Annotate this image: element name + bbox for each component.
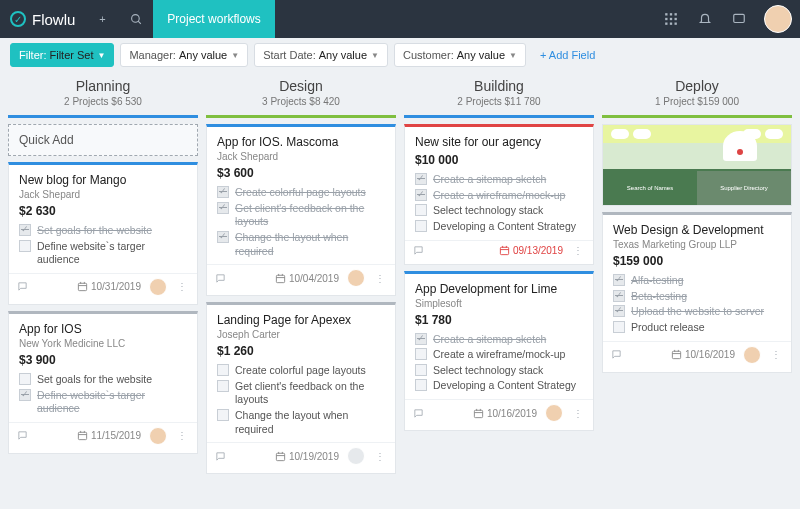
checkbox-icon[interactable]: ✓ [613, 290, 625, 302]
checkbox-icon[interactable]: ✓ [415, 189, 427, 201]
chevron-down-icon: ▼ [98, 51, 106, 60]
task-item[interactable]: Select technology stack [415, 364, 583, 378]
comment-icon[interactable] [413, 245, 424, 256]
card-thumbnail[interactable]: Search of NamesSupplier Directory [602, 124, 792, 206]
kebab-icon[interactable]: ⋮ [175, 430, 189, 441]
add-button[interactable]: + [85, 0, 119, 38]
checkbox-icon[interactable]: ✓ [613, 305, 625, 317]
checkbox-icon[interactable] [415, 379, 427, 391]
task-item[interactable]: Product release [613, 321, 781, 335]
column-subtitle: 1 Project $159 000 [602, 96, 792, 107]
assignee-avatar[interactable] [743, 346, 761, 364]
tab-project-workflows[interactable]: Project workflows [153, 0, 274, 38]
checkbox-icon[interactable] [613, 321, 625, 333]
checkbox-icon[interactable] [415, 364, 427, 376]
task-item[interactable]: Get client's feedback on the layouts [217, 380, 385, 407]
kebab-icon[interactable]: ⋮ [769, 349, 783, 360]
checkbox-icon[interactable]: ✓ [415, 333, 427, 345]
filter-chip[interactable]: Customer:Any value▼ [394, 43, 526, 67]
checkbox-icon[interactable] [217, 409, 229, 421]
assignee-avatar[interactable] [149, 278, 167, 296]
task-item[interactable]: Select technology stack [415, 204, 583, 218]
project-card[interactable]: Web Design & Development Texas Marketing… [602, 212, 792, 373]
column-title: Design [206, 78, 396, 94]
checkbox-icon[interactable]: ✓ [217, 202, 229, 214]
card-footer: 10/19/2019 ⋮ [207, 442, 395, 469]
task-item[interactable]: ✓Create a wireframe/mock-up [415, 189, 583, 203]
calendar-icon [275, 273, 286, 284]
bell-icon[interactable] [688, 0, 722, 38]
project-card[interactable]: App Development for Lime Simplesoft $1 7… [404, 271, 594, 432]
task-item[interactable]: ✓Create a sitemap sketch [415, 173, 583, 187]
checkbox-icon[interactable]: ✓ [217, 186, 229, 198]
avatar[interactable] [764, 5, 792, 33]
checkbox-icon[interactable] [19, 373, 31, 385]
kebab-icon[interactable]: ⋮ [373, 273, 387, 284]
task-item[interactable]: ✓Create colorful page layouts [217, 186, 385, 200]
checkbox-icon[interactable]: ✓ [415, 173, 427, 185]
comment-icon[interactable] [611, 349, 622, 360]
card-price: $1 780 [415, 313, 583, 327]
checkbox-icon[interactable]: ✓ [613, 274, 625, 286]
task-item[interactable]: Developing a Content Strategy [415, 379, 583, 393]
task-item[interactable]: ✓Upload the website to server [613, 305, 781, 319]
filter-chip[interactable]: Start Date:Any value▼ [254, 43, 388, 67]
filter-set[interactable]: Filter: Filter Set ▼ [10, 43, 114, 67]
assignee-avatar[interactable] [347, 269, 365, 287]
comment-icon[interactable] [215, 451, 226, 462]
checkbox-icon[interactable]: ✓ [217, 231, 229, 243]
kebab-icon[interactable]: ⋮ [373, 451, 387, 462]
task-item[interactable]: Change the layout when required [217, 409, 385, 436]
checkbox-icon[interactable]: ✓ [19, 224, 31, 236]
task-item[interactable]: Developing a Content Strategy [415, 220, 583, 234]
task-item[interactable]: ✓Get client's feedback on the layouts [217, 202, 385, 229]
project-card[interactable]: Landing Page for Apexex Joseph Carter $1… [206, 302, 396, 474]
card-subtitle: Jack Shepard [217, 151, 385, 162]
column: Design 3 Projects $8 420 App for IOS. Ma… [206, 72, 396, 480]
column-title: Deploy [602, 78, 792, 94]
comment-icon[interactable] [17, 430, 28, 441]
kebab-icon[interactable]: ⋮ [175, 281, 189, 292]
assignee-avatar[interactable] [545, 404, 563, 422]
card-date: 10/04/2019 [275, 273, 339, 284]
task-item[interactable]: ✓Alfa-testing [613, 274, 781, 288]
comment-icon[interactable] [17, 281, 28, 292]
task-item[interactable]: ✓Define website`s targer audience [19, 389, 187, 416]
checkbox-icon[interactable] [415, 204, 427, 216]
filter-chip[interactable]: Manager:Any value▼ [120, 43, 248, 67]
search-button[interactable] [119, 0, 153, 38]
task-item[interactable]: ✓Set goals for the website [19, 224, 187, 238]
project-card[interactable]: New site for our agency $10 000 ✓Create … [404, 124, 594, 265]
task-item[interactable]: Create colorful page layouts [217, 364, 385, 378]
assignee-avatar[interactable] [149, 427, 167, 445]
checkbox-icon[interactable]: ✓ [19, 389, 31, 401]
card-date: 10/16/2019 [671, 349, 735, 360]
task-item[interactable]: Define website`s targer audience [19, 240, 187, 267]
checkbox-icon[interactable] [415, 220, 427, 232]
checkbox-icon[interactable] [415, 348, 427, 360]
task-item[interactable]: ✓Create a sitemap sketch [415, 333, 583, 347]
quick-add[interactable]: Quick Add [8, 124, 198, 156]
project-card[interactable]: App for IOS New York Medicine LLC $3 900… [8, 311, 198, 454]
column-bar [404, 115, 594, 118]
checkbox-icon[interactable] [217, 380, 229, 392]
assignee-avatar[interactable] [347, 447, 365, 465]
task-item[interactable]: Set goals for the website [19, 373, 187, 387]
card-subtitle: Joseph Carter [217, 329, 385, 340]
checkbox-icon[interactable] [19, 240, 31, 252]
project-card[interactable]: New blog for Mango Jack Shepard $2 630 ✓… [8, 162, 198, 305]
apps-icon[interactable] [654, 0, 688, 38]
task-item[interactable]: ✓Beta-testing [613, 290, 781, 304]
task-item[interactable]: Create a wireframe/mock-up [415, 348, 583, 362]
comment-icon[interactable] [413, 408, 424, 419]
kebab-icon[interactable]: ⋮ [571, 408, 585, 419]
column-header: Building 2 Projects $11 780 [404, 72, 594, 115]
kebab-icon[interactable]: ⋮ [571, 245, 585, 256]
chat-icon[interactable] [722, 0, 756, 38]
kanban-board: Planning 2 Projects $6 530 Quick Add New… [0, 72, 800, 480]
checkbox-icon[interactable] [217, 364, 229, 376]
project-card[interactable]: App for IOS. Mascoma Jack Shepard $3 600… [206, 124, 396, 296]
comment-icon[interactable] [215, 273, 226, 284]
task-item[interactable]: ✓Change the layout when required [217, 231, 385, 258]
add-field-button[interactable]: + Add Field [532, 49, 603, 61]
